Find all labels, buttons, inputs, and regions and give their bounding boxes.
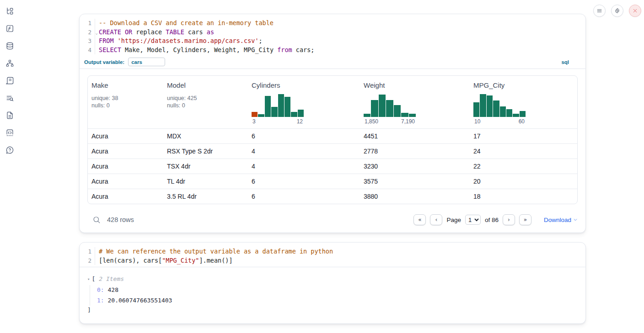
histogram-bar[interactable] [271,107,277,117]
code-line[interactable]: 1# We can reference the output variable … [80,247,585,256]
histogram-bar[interactable] [278,94,284,117]
code-line[interactable]: 2[len(cars), cars["MPG_City"].mean()] [80,256,585,265]
table-row[interactable]: Acura3.5 RL 4dr6388018 [88,189,577,204]
histogram-bars[interactable] [252,93,304,117]
histogram-bar[interactable] [379,95,386,117]
variables-icon[interactable] [5,24,14,33]
download-button[interactable]: Download [544,217,578,223]
table-output-area: Makeunique: 38nulls: 0Modelunique: 425nu… [80,69,585,210]
help-icon[interactable] [5,145,14,154]
table-header: Makeunique: 38nulls: 0Modelunique: 425nu… [88,76,577,128]
logs-icon[interactable] [5,76,14,85]
notebook-actions [593,5,641,17]
code-text: -- Download a CSV and create an in-memor… [95,19,274,28]
column-name[interactable]: Weight [364,81,466,89]
code-text: FROM 'https://datasets.marimo.app/cars.c… [95,37,263,46]
previous-page-button[interactable]: ‹ [430,214,442,225]
histogram-bar[interactable] [520,111,526,117]
code-line[interactable]: 4SELECT Make, Model, Cylinders, Weight, … [80,46,585,55]
table-footer: 428 rows « ‹ Page 1 of 86 › » Download [80,210,585,233]
table-body: AcuraMDX6445117AcuraRSX Type S 2dr427782… [88,128,577,204]
page-select[interactable]: 1 [465,215,481,225]
histogram-bar[interactable] [506,109,512,117]
histogram-bar[interactable] [401,113,408,117]
dependency-graph-icon[interactable] [5,58,14,68]
python-code-editor[interactable]: 1# We can reference the output variable … [80,243,585,265]
tree-root: ▾ [ 2 Items [87,275,578,282]
table-cell: Acura [88,178,163,185]
file-tree-icon[interactable] [5,6,14,16]
table-row[interactable]: AcuraRSX Type S 2dr4277824 [88,143,577,159]
histogram-bar[interactable] [500,106,506,117]
table-row[interactable]: AcuraTSX 4dr4323022 [88,159,577,174]
first-page-button[interactable]: « [413,214,426,225]
histogram-bar[interactable] [291,112,297,117]
search-logs-icon[interactable] [5,93,14,102]
output-variable-row: Output variable: sql [80,56,585,69]
table-cell: 18 [470,193,577,200]
histogram-bar[interactable] [364,114,370,117]
column-header: Weight1,8507,190 [360,81,470,125]
pagination: « ‹ Page 1 of 86 › » Download [413,214,578,225]
open-bracket: [ [91,275,95,282]
column-header: Cylinders312 [248,81,360,125]
fold-chevron-icon[interactable]: ⌄ [96,29,98,38]
table-row[interactable]: AcuraMDX6445117 [88,128,577,143]
histogram-bar[interactable] [394,105,401,117]
code-line[interactable]: 1-- Download a CSV and create an in-memo… [80,19,585,28]
page-total-label: of 86 [485,217,499,223]
histogram-bar[interactable] [298,110,304,117]
line-number: 3 [80,37,95,46]
documentation-icon[interactable] [5,111,14,120]
histogram-bar[interactable] [487,95,493,117]
column-histogram: 1060 [473,93,526,125]
output-variable-input[interactable] [128,58,165,66]
line-number: 1 [80,19,95,28]
sql-code-editor[interactable]: 1-- Download a CSV and create an in-memo… [80,14,585,54]
histogram-bars[interactable] [364,93,416,117]
histogram-bar[interactable] [473,102,479,117]
table-cell: 6 [248,178,360,185]
column-name[interactable]: MPG_City [473,81,574,89]
histogram-bar[interactable] [513,114,519,117]
table-cell: 4 [248,163,360,170]
histogram-axis-labels: 1060 [473,118,526,125]
last-page-button[interactable]: » [519,214,531,225]
table-cell: 3880 [360,193,470,200]
histogram-bar[interactable] [371,100,378,117]
shutdown-button[interactable] [629,5,641,17]
snippets-icon[interactable] [5,128,14,137]
histogram-bar[interactable] [284,97,290,117]
line-number: 2⌄ [80,28,95,37]
tree-item: 1: 20.060747663551403 [97,296,578,306]
histogram-bar[interactable] [252,112,258,117]
item-index: 1: [97,297,104,304]
histogram-bar[interactable] [386,100,393,117]
column-name[interactable]: Model [167,81,244,89]
code-line[interactable]: 2⌄CREATE OR replace TABLE cars as [80,28,585,37]
items-summary: 2 Items [99,275,124,282]
histogram-bar[interactable] [258,114,264,117]
menu-button[interactable] [593,5,606,17]
table-cell: 2778 [360,148,470,155]
code-text: SELECT Make, Model, Cylinders, Weight, M… [95,46,314,55]
table-row[interactable]: AcuraTL 4dr6357520 [88,174,577,189]
table-cell: 4 [248,148,360,155]
column-name[interactable]: Cylinders [252,81,356,89]
histogram-bar[interactable] [480,94,486,117]
tree-item: 0: 428 [97,285,578,296]
column-name[interactable]: Make [91,81,160,89]
histogram-bar[interactable] [265,96,271,117]
next-page-button[interactable]: › [503,214,515,225]
database-icon[interactable] [5,41,14,50]
table-cell: 3575 [360,178,470,185]
collapse-chevron-icon[interactable]: ▾ [87,277,90,281]
histogram-bars[interactable] [473,93,526,117]
histogram-bar[interactable] [409,114,416,117]
table-cell: 17 [470,132,577,140]
settings-button[interactable] [611,5,623,17]
code-line[interactable]: 3FROM 'https://datasets.marimo.app/cars.… [80,37,585,46]
search-icon[interactable] [92,216,101,224]
item-index: 0: [97,286,104,293]
histogram-bar[interactable] [493,100,499,117]
